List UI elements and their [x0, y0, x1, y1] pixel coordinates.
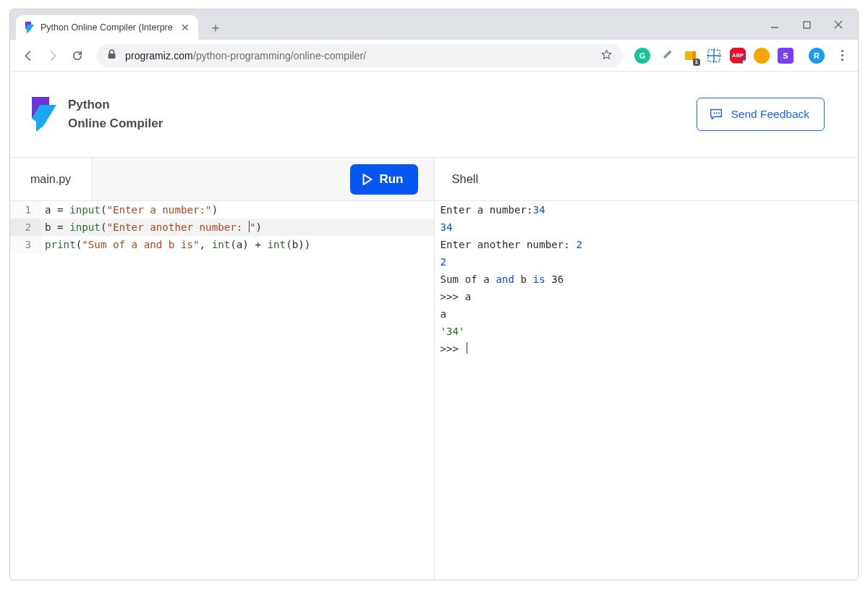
- site-title: Python Online Compiler: [68, 96, 163, 134]
- workbench: main.py Run 1a = input("Enter a number:"…: [10, 157, 858, 580]
- code-line[interactable]: 2b = input("Enter another number: "): [10, 218, 434, 236]
- code-content[interactable]: print("Sum of a and b is", int(a) + int(…: [41, 236, 310, 253]
- shell-line: a: [441, 305, 853, 323]
- forward-button[interactable]: [41, 43, 65, 68]
- shell-toolbar: Shell: [435, 158, 859, 201]
- run-button[interactable]: Run: [350, 164, 417, 195]
- shell-pane: Shell Enter a number:3434Enter another n…: [435, 158, 859, 580]
- shell-line: '34': [441, 323, 853, 340]
- send-feedback-button[interactable]: Send Feedback: [697, 98, 825, 131]
- editor-pane: main.py Run 1a = input("Enter a number:"…: [10, 158, 435, 580]
- minimize-icon[interactable]: [768, 18, 781, 31]
- close-window-icon[interactable]: [832, 18, 845, 31]
- shell-line: Sum of a and b is 36: [441, 271, 853, 288]
- tab-close-icon[interactable]: ✕: [179, 22, 191, 33]
- extension-ext-s[interactable]: S: [778, 48, 793, 64]
- logo-icon: [27, 97, 56, 132]
- favicon-icon: [23, 22, 35, 33]
- code-line[interactable]: 1a = input("Enter a number:"): [10, 201, 434, 218]
- svg-point-10: [714, 112, 715, 114]
- lock-icon: [107, 49, 116, 61]
- address-bar: programiz.com/python-programming/online-…: [10, 40, 858, 72]
- feedback-icon: [709, 108, 723, 121]
- extension-ext-orange[interactable]: [754, 48, 770, 64]
- play-icon: [362, 174, 373, 185]
- titlebar: Python Online Compiler (Interpre ✕ ＋: [10, 9, 858, 40]
- omnibox[interactable]: programiz.com/python-programming/online-…: [97, 44, 623, 67]
- svg-point-12: [718, 112, 720, 114]
- line-number: 2: [10, 218, 41, 236]
- shell-line: Enter a number:34: [441, 201, 853, 218]
- extension-profile[interactable]: R: [809, 48, 825, 64]
- code-content[interactable]: a = input("Enter a number:"): [41, 201, 218, 218]
- new-tab-button[interactable]: ＋: [205, 17, 226, 38]
- extensions-row: G1ABP6SR: [634, 48, 825, 64]
- bookmark-star-icon[interactable]: [600, 48, 613, 63]
- back-button[interactable]: [16, 43, 41, 68]
- shell-line: 2: [441, 253, 853, 271]
- browser-tab[interactable]: Python Online Compiler (Interpre ✕: [16, 15, 198, 40]
- chrome-menu-icon[interactable]: [832, 50, 852, 61]
- extension-colorpicker[interactable]: [658, 48, 674, 64]
- shell-line: 34: [441, 218, 853, 236]
- line-number: 3: [10, 236, 41, 253]
- shell-label: Shell: [435, 158, 859, 200]
- browser-window: Python Online Compiler (Interpre ✕ ＋: [9, 9, 859, 580]
- site-logo[interactable]: Python Online Compiler: [27, 96, 163, 134]
- shell-line: >>> a: [441, 288, 853, 305]
- page-header: Python Online Compiler Send Feedback: [10, 72, 858, 157]
- tab-title: Python Online Compiler (Interpre: [41, 22, 179, 33]
- shell-line: Enter another number: 2: [441, 236, 853, 253]
- svg-point-11: [716, 112, 718, 114]
- shell-line: >>>: [441, 340, 853, 357]
- code-line[interactable]: 3print("Sum of a and b is", int(a) + int…: [10, 236, 434, 253]
- extension-ext-crosshair[interactable]: [706, 48, 722, 64]
- extension-grammarly[interactable]: G: [634, 48, 650, 64]
- line-number: 1: [10, 201, 41, 218]
- maximize-icon[interactable]: [800, 18, 813, 31]
- svg-rect-4: [109, 54, 116, 59]
- code-content[interactable]: b = input("Enter another number: "): [41, 218, 262, 236]
- url-text: programiz.com/python-programming/online-…: [125, 50, 366, 61]
- reload-button[interactable]: [65, 43, 90, 68]
- window-controls: [768, 9, 858, 40]
- svg-rect-1: [804, 22, 810, 28]
- file-tab[interactable]: main.py: [10, 158, 92, 200]
- shell-output[interactable]: Enter a number:3434Enter another number:…: [435, 201, 859, 580]
- code-editor[interactable]: 1a = input("Enter a number:")2b = input(…: [10, 201, 434, 580]
- extension-adblock[interactable]: ABP6: [730, 48, 746, 64]
- extension-ext-yellow[interactable]: 1: [682, 48, 698, 64]
- editor-toolbar: main.py Run: [10, 158, 434, 201]
- svg-rect-5: [685, 51, 692, 60]
